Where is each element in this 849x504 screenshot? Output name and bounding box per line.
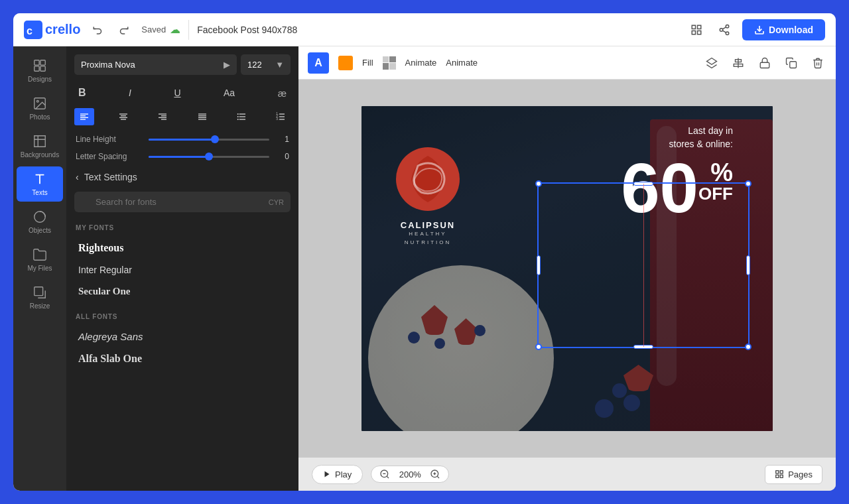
- svg-rect-13: [40, 60, 45, 65]
- svg-rect-45: [279, 116, 285, 117]
- align-right-button[interactable]: [153, 108, 172, 125]
- layers-button[interactable]: [703, 54, 720, 72]
- document-title: Facebook Post 940x788: [197, 25, 297, 35]
- share-button[interactable]: [714, 20, 734, 40]
- line-height-track[interactable]: [149, 139, 269, 141]
- my-fonts-section: MY FONTS Righteous Inter Regular Secular…: [66, 219, 298, 305]
- sidebar-item-objects[interactable]: Objects: [17, 204, 63, 239]
- font-item-alegreya[interactable]: Alegreya Sans: [76, 326, 289, 347]
- svg-point-36: [237, 113, 238, 115]
- svg-rect-20: [80, 113, 88, 114]
- pages-button[interactable]: Pages: [765, 465, 822, 484]
- browser-window: c crello Saved ☁ Facebook Post 940x788: [13, 13, 836, 491]
- svg-point-8: [726, 32, 729, 35]
- underline-button[interactable]: U: [170, 85, 184, 101]
- svg-rect-29: [161, 115, 166, 116]
- case-button[interactable]: Aa: [220, 85, 239, 101]
- download-label: Download: [769, 25, 813, 35]
- animate-label[interactable]: Animate: [405, 58, 437, 68]
- special-char-button[interactable]: æ: [274, 85, 291, 101]
- left-panel: Proxima Nova ▶ 122 ▼ B I U Aa æ: [66, 46, 298, 491]
- designs-label: Designs: [28, 76, 52, 83]
- canvas-card[interactable]: CALIPSUN HEALTHY NUTRITION Last day inst…: [361, 106, 773, 431]
- download-button[interactable]: Download: [742, 19, 825, 40]
- svg-rect-28: [159, 113, 166, 114]
- sidebar-icons: Designs Photos Backgrounds Texts Objects…: [13, 46, 66, 491]
- undo-button[interactable]: [88, 20, 108, 40]
- all-fonts-section: ALL FONTS Alegreya Sans Alfa Slab One: [66, 305, 298, 373]
- logo-text: crello: [45, 22, 80, 37]
- delete-button[interactable]: [809, 54, 826, 72]
- letter-spacing-track[interactable]: [149, 156, 269, 158]
- svg-point-6: [726, 25, 729, 28]
- svg-rect-25: [121, 115, 126, 116]
- objects-label: Objects: [29, 227, 51, 234]
- brand-sub: HEALTHY NUTRITION: [381, 230, 474, 247]
- svg-rect-23: [80, 119, 86, 119]
- align-left-button[interactable]: [74, 108, 94, 125]
- lock-button[interactable]: [756, 54, 773, 72]
- duplicate-button[interactable]: [783, 54, 800, 72]
- redo-button[interactable]: [113, 20, 133, 40]
- line-height-value: 1: [276, 135, 289, 144]
- text-format-toolbar: B I U Aa æ: [66, 80, 298, 105]
- line-height-row: Line Height 1: [66, 131, 298, 148]
- letter-spacing-label: Letter Spacing: [76, 152, 142, 161]
- brand-logo-svg: [395, 146, 461, 212]
- svg-line-10: [723, 27, 726, 29]
- font-item-alfa[interactable]: Alfa Slab One: [76, 347, 289, 370]
- svg-rect-26: [119, 117, 127, 118]
- font-item-secular[interactable]: Secular One: [76, 281, 289, 302]
- ordered-list-button[interactable]: 1.2.3.: [271, 108, 291, 125]
- svg-rect-64: [780, 471, 783, 473]
- font-item-inter[interactable]: Inter Regular: [76, 259, 289, 281]
- transparency-button[interactable]: [383, 56, 396, 70]
- unordered-list-button[interactable]: [231, 108, 251, 125]
- alignment-row: 1.2.3.: [66, 105, 298, 131]
- sidebar-item-photos[interactable]: Photos: [17, 91, 63, 126]
- svg-line-57: [387, 476, 389, 478]
- svg-rect-12: [34, 60, 39, 65]
- headline-big: 60 % OFF: [554, 153, 733, 223]
- zoom-in-button[interactable]: [430, 469, 440, 479]
- search-fonts-input[interactable]: [74, 192, 291, 212]
- svg-rect-24: [119, 113, 127, 114]
- play-button[interactable]: Play: [312, 465, 363, 484]
- sidebar-item-resize[interactable]: Resize: [17, 280, 63, 315]
- line-height-label: Line Height: [76, 135, 142, 144]
- sidebar-item-texts[interactable]: Texts: [17, 166, 63, 202]
- svg-point-40: [237, 119, 238, 120]
- zoom-out-button[interactable]: [379, 469, 390, 479]
- canvas-viewport: CALIPSUN HEALTHY NUTRITION Last day inst…: [298, 80, 836, 458]
- svg-rect-3: [698, 25, 701, 29]
- font-family-selector[interactable]: Proxima Nova ▶: [74, 54, 237, 75]
- fill-color-swatch[interactable]: [338, 56, 353, 70]
- svg-rect-43: [279, 113, 285, 114]
- font-item-righteous[interactable]: Righteous: [76, 237, 289, 259]
- svg-rect-30: [159, 117, 166, 118]
- align-elements-button[interactable]: [730, 54, 747, 72]
- app-logo: c crello: [24, 21, 80, 39]
- cyr-badge: CYR: [269, 198, 284, 206]
- brand-sub2: NUTRITION: [405, 239, 452, 245]
- pages-label: Pages: [788, 470, 813, 479]
- svg-text:c: c: [27, 25, 33, 36]
- font-size-selector[interactable]: 122 ▼: [241, 54, 291, 75]
- svg-point-38: [237, 116, 238, 117]
- sidebar-item-designs[interactable]: Designs: [17, 53, 63, 88]
- backgrounds-label: Backgrounds: [21, 151, 59, 158]
- letter-spacing-row: Letter Spacing 0: [66, 148, 298, 165]
- saved-text: Saved: [141, 25, 166, 34]
- italic-button[interactable]: I: [125, 85, 135, 101]
- align-center-button[interactable]: [113, 108, 133, 125]
- svg-rect-32: [198, 113, 206, 114]
- sidebar-item-myfiles[interactable]: My Files: [17, 242, 63, 277]
- play-label: Play: [335, 470, 352, 479]
- svg-rect-5: [698, 31, 701, 34]
- align-justify-button[interactable]: [192, 108, 212, 125]
- expand-button[interactable]: [686, 20, 706, 40]
- sidebar-item-backgrounds[interactable]: Backgrounds: [17, 129, 63, 164]
- headline-subtext: Last day instores & online:: [554, 125, 733, 151]
- bold-button[interactable]: B: [74, 84, 90, 101]
- text-settings-toggle[interactable]: ‹ Text Settings: [66, 165, 298, 188]
